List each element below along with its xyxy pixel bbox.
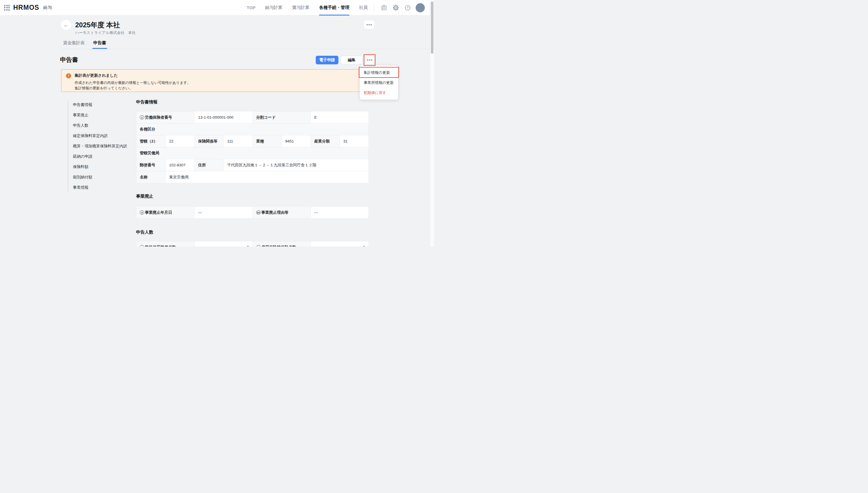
group-label: 各種区分 xyxy=(136,124,369,135)
sidebar-item-business-closure[interactable]: 事業廃止 xyxy=(73,110,135,121)
cell-label: 住所 xyxy=(194,159,223,171)
warning-icon: ! xyxy=(66,73,71,79)
cell-value: 22 xyxy=(165,135,194,147)
brand-logo: HRMOS xyxy=(13,4,39,12)
cell-label: 管轄（2） xyxy=(136,135,165,147)
cell-label: 名称 xyxy=(136,171,165,183)
table-row: 郵便番号 102-8307 住所 千代田区九段南１－２－１九段第三合同庁舎１２階 xyxy=(136,159,369,171)
banner-line-1: 作成された申告書の内容が最新の情報と一致しない可能性があります。 xyxy=(75,80,364,86)
table-row: 1 労働保険者番号 13-1-01-000001-000 分割コード E xyxy=(136,111,369,123)
e-filing-button[interactable]: 電子申請 xyxy=(316,56,338,64)
cell-value: --- xyxy=(194,207,252,218)
circled-number: 1 xyxy=(140,115,144,120)
table-group-row: 各種区分 xyxy=(136,123,369,135)
nav-item-top[interactable]: TOP xyxy=(247,0,255,16)
sidebar-item-declaration-info[interactable]: 申告書情報 xyxy=(73,100,135,110)
sidebar-item-final-premium-breakdown[interactable]: 確定保険料算定内訳 xyxy=(73,131,135,141)
circled-number: 5 xyxy=(256,245,260,246)
tabs-divider xyxy=(60,49,434,49)
table-group-row: 管轄労働局 xyxy=(136,147,369,159)
banner-line-2: 集計情報の更新を行ってください。 xyxy=(75,86,364,91)
cell-value: E xyxy=(311,111,369,123)
cell-value: 9451 xyxy=(281,135,311,147)
circled-number: 4 xyxy=(140,245,144,246)
page-title: 2025年度 本社 xyxy=(75,20,120,29)
top-icons: ? xyxy=(381,4,411,11)
cell-value: --- xyxy=(311,207,369,218)
clipboard-icon[interactable] xyxy=(381,4,388,11)
cell-label: 24 事業廃止理由等 xyxy=(253,207,311,218)
sidebar-item-declared-headcount[interactable]: 申告人数 xyxy=(73,121,135,131)
section-sidebar: 申告書情報 事業廃止 申告人数 確定保険料算定内訳 概算・増加概算保険料算定内訳… xyxy=(73,100,135,193)
table-row: 3 事業廃止年月日 --- 24 事業廃止理由等 --- xyxy=(136,207,369,218)
nav-item-employees[interactable]: 社員 xyxy=(359,0,368,16)
back-button[interactable]: ← xyxy=(61,20,71,30)
main-nav: TOP 給与計算 賞与計算 各種手続・管理 社員 xyxy=(247,0,368,16)
group-label: 管轄労働局 xyxy=(136,147,369,159)
cell-label: 保険関係等 xyxy=(194,135,223,147)
top-bar: HRMOS 給与 TOP 給与計算 賞与計算 各種手続・管理 社員 xyxy=(0,0,434,16)
user-avatar[interactable] xyxy=(416,3,425,12)
section-page-heading: 申告書 xyxy=(60,56,78,64)
tab-declaration[interactable]: 申告書 xyxy=(93,40,106,49)
cell-label: 産業分類 xyxy=(311,135,340,147)
nav-divider xyxy=(374,4,374,11)
sidebar-item-business-info[interactable]: 事業情報 xyxy=(73,183,135,193)
sidebar-item-premium-amount[interactable]: 保険料額 xyxy=(73,162,135,172)
main-content: 申告書情報 1 労働保険者番号 13-1-01-000001-000 分割コード… xyxy=(136,100,369,246)
declaration-info-table: 1 労働保険者番号 13-1-01-000001-000 分割コード E 各種区… xyxy=(136,111,369,183)
header-more-button[interactable] xyxy=(364,20,374,29)
product-name: 給与 xyxy=(43,5,52,10)
more-dropdown-menu: 集計情報の更新 事業所情報の更新 初期値に戻す xyxy=(360,65,398,100)
cell-label: 3 事業廃止年月日 xyxy=(136,207,194,218)
sidebar-item-estimated-premium-breakdown[interactable]: 概算・増加概算保険料算定内訳 xyxy=(73,141,135,151)
section-heading-declaration-info: 申告書情報 xyxy=(136,100,369,105)
cell-value: 8 xyxy=(311,241,369,246)
cell-label: 郵便番号 xyxy=(136,159,165,171)
cell-value: 31 xyxy=(340,135,369,147)
circled-number: 3 xyxy=(140,210,144,215)
help-icon[interactable]: ? xyxy=(404,4,411,11)
update-warning-banner: ! 集計表が更新されました 作成された申告書の内容が最新の情報と一致しない可能性… xyxy=(61,69,369,92)
section-heading-business-closure: 事業廃止 xyxy=(136,194,369,199)
menu-item-update-office-info[interactable]: 事業所情報の更新 xyxy=(360,78,398,88)
more-button[interactable] xyxy=(365,56,374,64)
svg-text:?: ? xyxy=(407,6,409,9)
cell-value: 13-1-01-000001-000 xyxy=(194,111,252,123)
business-closure-table: 3 事業廃止年月日 --- 24 事業廃止理由等 --- xyxy=(136,206,369,219)
cell-value: 9 xyxy=(194,241,252,246)
tab-bar: 賃金集計表 申告書 xyxy=(63,40,106,49)
page-subtitle: ハーモストライアル株式会社 本社 xyxy=(75,30,136,35)
edit-button[interactable]: 編集 xyxy=(341,56,363,64)
nav-item-payroll[interactable]: 給与計算 xyxy=(265,0,282,16)
declared-headcount-table: 4 常時使用労働者数 9 5 雇用保険被保険者数 8 xyxy=(136,241,369,246)
table-row: 名称 東京労働局 xyxy=(136,171,369,183)
table-row: 管轄（2） 22 保険関係等 111 業種 9451 産業分類 31 xyxy=(136,135,369,147)
sidebar-item-installment-amount[interactable]: 期別納付額 xyxy=(73,172,135,183)
tab-wage-summary[interactable]: 賃金集計表 xyxy=(63,40,85,49)
cell-value: 111 xyxy=(223,135,252,147)
apps-grid-icon[interactable] xyxy=(4,5,10,10)
banner-title: 集計表が更新されました xyxy=(75,73,364,78)
section-heading-declared-headcount: 申告人数 xyxy=(136,230,369,235)
cell-label: 1 労働保険者番号 xyxy=(136,111,194,123)
menu-item-reset-defaults[interactable]: 初期値に戻す xyxy=(360,88,398,98)
cell-label: 分割コード xyxy=(253,111,311,123)
scrollbar-track[interactable] xyxy=(430,0,434,246)
page: HRMOS 給与 TOP 給与計算 賞与計算 各種手続・管理 社員 xyxy=(0,0,434,246)
circled-number: 24 xyxy=(256,210,260,215)
cell-label: 業種 xyxy=(253,135,281,147)
ellipsis-icon xyxy=(367,24,372,25)
sidebar-divider xyxy=(67,101,68,192)
gear-icon[interactable] xyxy=(392,4,399,11)
cell-label: 5 雇用保険被保険者数 xyxy=(253,241,311,246)
cell-value: 千代田区九段南１－２－１九段第三合同庁舎１２階 xyxy=(223,159,369,171)
sidebar-item-deferred-payment[interactable]: 延納の申請 xyxy=(73,151,135,162)
nav-item-bonus[interactable]: 賞与計算 xyxy=(292,0,310,16)
menu-item-update-aggregation[interactable]: 集計情報の更新 xyxy=(360,67,398,78)
nav-item-procedures[interactable]: 各種手続・管理 xyxy=(319,0,349,16)
cell-value: 102-8307 xyxy=(165,159,194,171)
scrollbar-thumb[interactable] xyxy=(431,1,433,54)
cell-label: 4 常時使用労働者数 xyxy=(136,241,194,246)
cell-value: 東京労働局 xyxy=(165,171,369,183)
